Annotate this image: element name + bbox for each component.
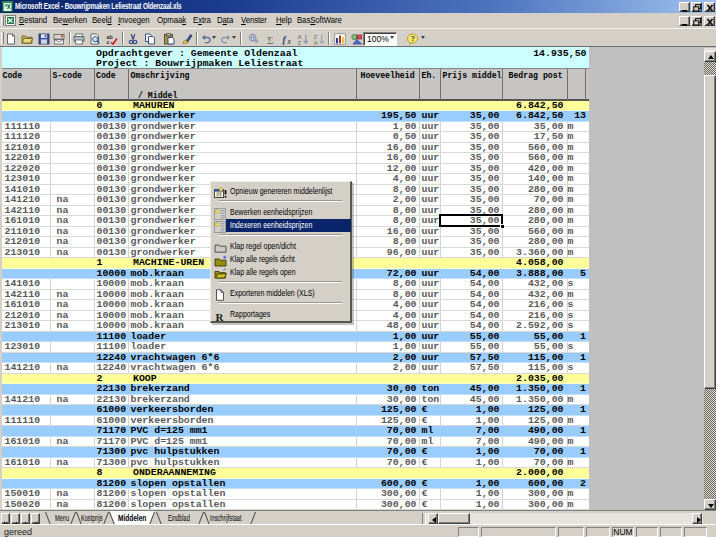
svg-text:c: c: [106, 38, 109, 44]
svg-text:R: R: [215, 311, 224, 323]
svg-text:x: x: [286, 36, 291, 45]
svg-text:Z: Z: [298, 39, 302, 44]
svg-text:?: ?: [410, 34, 415, 43]
svg-text:A: A: [313, 39, 318, 44]
svg-text:Σ: Σ: [267, 33, 273, 45]
svg-text:f: f: [282, 34, 286, 44]
